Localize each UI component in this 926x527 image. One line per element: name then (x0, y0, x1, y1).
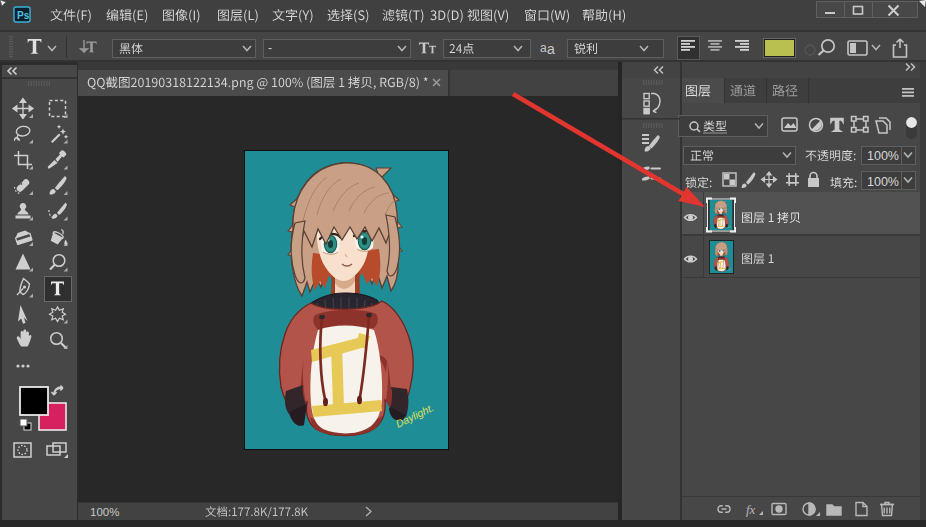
svg-text:100%: 100% (867, 149, 899, 163)
svg-text:100%: 100% (90, 506, 119, 518)
svg-text:fx: fx (746, 502, 756, 517)
svg-text:-: - (268, 41, 272, 55)
svg-text:a: a (540, 41, 547, 55)
svg-text:Ps: Ps (17, 10, 30, 21)
svg-text:100%: 100% (867, 175, 899, 189)
svg-text:a: a (547, 41, 555, 57)
